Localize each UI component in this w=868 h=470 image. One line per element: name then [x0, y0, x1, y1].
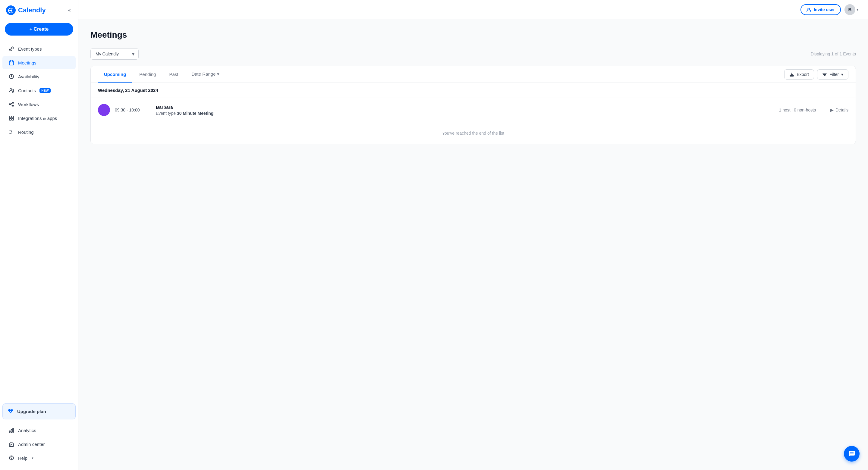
page-title: Meetings — [90, 30, 856, 40]
sidebar-item-availability[interactable]: Availability — [2, 70, 76, 83]
calendar-select-wrapper[interactable]: My Calendly Team Calendly — [90, 48, 138, 60]
collapse-sidebar-button[interactable]: « — [67, 6, 72, 14]
chart-icon — [8, 427, 14, 433]
meeting-hosts: 1 host | 0 non-hosts — [779, 107, 816, 113]
export-button[interactable]: Export — [784, 69, 814, 80]
tabs-bar: Upcoming Pending Past Date Range ▾ Expor… — [91, 66, 856, 83]
route-icon — [8, 129, 14, 135]
app-name: Calendly — [18, 6, 46, 14]
event-type-label: Event type — [156, 111, 176, 116]
meeting-info: Barbara Event type 30 Minute Meeting — [156, 104, 774, 116]
topbar: Invite user B ▾ — [79, 0, 868, 19]
calendar-select[interactable]: My Calendly Team Calendly — [90, 48, 138, 60]
help-icon — [8, 455, 14, 461]
user-avatar-dropdown[interactable]: B ▾ — [844, 4, 858, 15]
tab-pending[interactable]: Pending — [133, 66, 162, 83]
sidebar-header: Calendly « — [0, 0, 78, 21]
event-type-name: 30 Minute Meeting — [177, 111, 213, 116]
svg-rect-8 — [12, 116, 13, 118]
sidebar-item-label: Integrations & apps — [18, 116, 57, 121]
content-area: Meetings My Calendly Team Calendly Displ… — [79, 19, 868, 470]
logo-area: Calendly — [6, 5, 46, 15]
upgrade-label: Upgrade plan — [17, 409, 46, 414]
sidebar-item-label: Event types — [18, 46, 41, 52]
sidebar-item-admin-center[interactable]: Admin center — [2, 437, 76, 451]
sidebar-item-label: Contacts — [18, 88, 36, 93]
sidebar-item-help[interactable]: Help ▾ — [2, 451, 76, 465]
avatar — [98, 104, 110, 116]
filter-bar: My Calendly Team Calendly Displaying 1 o… — [90, 48, 856, 60]
details-arrow-icon: ▶ — [830, 107, 834, 113]
svg-rect-7 — [9, 116, 11, 118]
svg-point-3 — [10, 89, 12, 90]
filter-chevron-icon: ▾ — [841, 72, 843, 77]
create-button[interactable]: + Create — [5, 23, 73, 36]
sidebar-item-label: Admin center — [18, 442, 44, 447]
new-badge: NEW — [39, 88, 51, 93]
chevron-down-icon: ▾ — [857, 7, 858, 12]
users-icon — [8, 87, 14, 93]
tab-date-range[interactable]: Date Range ▾ — [185, 66, 225, 83]
date-header: Wednesday, 21 August 2024 — [91, 83, 856, 98]
sidebar-item-workflows[interactable]: Workflows — [2, 98, 76, 111]
main-content: Invite user B ▾ Meetings My Calendly Tea… — [79, 0, 868, 470]
sidebar-item-contacts[interactable]: Contacts NEW — [2, 84, 76, 97]
chat-icon — [848, 450, 855, 457]
invite-user-button[interactable]: Invite user — [801, 4, 841, 15]
sidebar-item-label: Meetings — [18, 60, 36, 65]
sidebar-item-label: Workflows — [18, 102, 39, 107]
calendar-icon — [8, 60, 14, 66]
tabs-left: Upcoming Pending Past Date Range ▾ — [98, 66, 227, 83]
meeting-attendee-name: Barbara — [156, 104, 774, 110]
svg-rect-1 — [9, 61, 13, 65]
sidebar-bottom: Analytics Admin center Help ▾ — [0, 422, 78, 470]
meeting-event-type: Event type 30 Minute Meeting — [156, 111, 774, 116]
sidebar-item-meetings[interactable]: Meetings — [2, 56, 76, 69]
meetings-card: Upcoming Pending Past Date Range ▾ Expor… — [90, 66, 856, 144]
sidebar-item-label: Analytics — [18, 428, 36, 433]
sidebar-item-label: Routing — [18, 130, 34, 135]
chat-button[interactable] — [844, 446, 860, 462]
sidebar-item-analytics[interactable]: Analytics — [2, 424, 76, 437]
tab-past[interactable]: Past — [163, 66, 184, 83]
sidebar-item-label: Availability — [18, 74, 39, 79]
calendly-logo-icon — [6, 5, 16, 15]
details-link[interactable]: ▶ Details — [830, 107, 848, 113]
svg-rect-11 — [9, 431, 10, 432]
sidebar: Calendly « + Create Event types Meetings — [0, 0, 79, 470]
svg-rect-12 — [11, 430, 12, 432]
add-user-icon — [807, 7, 811, 12]
grid-icon — [8, 115, 14, 121]
clock-icon — [8, 73, 14, 80]
invite-user-label: Invite user — [814, 7, 835, 12]
export-label: Export — [797, 72, 809, 77]
link-icon — [8, 46, 14, 52]
tabs-right: Export Filter ▾ — [784, 69, 848, 80]
svg-rect-10 — [12, 118, 13, 120]
svg-rect-9 — [9, 118, 11, 120]
sidebar-item-integrations[interactable]: Integrations & apps — [2, 112, 76, 125]
sidebar-item-routing[interactable]: Routing — [2, 125, 76, 138]
filter-label: Filter — [830, 72, 839, 77]
filter-button[interactable]: Filter ▾ — [817, 69, 848, 80]
meeting-time: 09:30 - 10:00 — [115, 107, 151, 113]
tab-upcoming[interactable]: Upcoming — [98, 66, 132, 83]
sidebar-item-label: Help — [18, 456, 27, 461]
end-of-list: You've reached the end of the list — [91, 122, 856, 144]
store-icon — [8, 441, 14, 447]
svg-point-15 — [11, 459, 12, 460]
upgrade-plan-button[interactable]: Upgrade plan — [2, 403, 76, 419]
svg-rect-13 — [13, 429, 13, 432]
filter-icon — [822, 72, 827, 77]
main-nav: Event types Meetings Availability — [0, 40, 78, 401]
user-avatar: B — [844, 4, 855, 15]
export-icon — [789, 72, 794, 77]
share-icon — [8, 101, 14, 107]
meeting-row: 09:30 - 10:00 Barbara Event type 30 Minu… — [91, 98, 856, 122]
displaying-events-text: Displaying 1 of 1 Events — [811, 52, 856, 56]
diamond-icon — [7, 408, 13, 415]
details-label: Details — [835, 107, 848, 113]
sidebar-item-event-types[interactable]: Event types — [2, 42, 76, 56]
chevron-down-icon: ▾ — [32, 456, 33, 460]
